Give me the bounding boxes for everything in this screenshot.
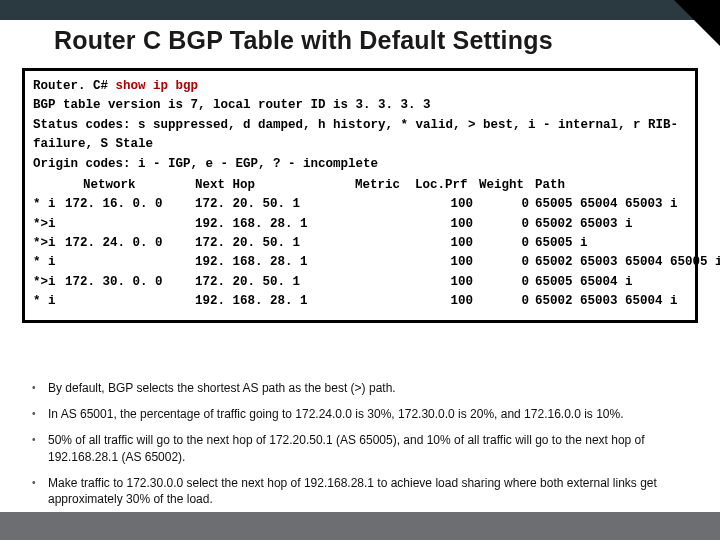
bgp-table-row: *>i192. 168. 28. 1100065002 65003 i: [33, 215, 687, 234]
cell-metric: [355, 292, 415, 311]
cell-nexthop: 172. 20. 50. 1: [195, 273, 355, 292]
cell-path: 65005 65004 65003 i: [535, 195, 687, 214]
cell-status: * i: [33, 292, 65, 311]
cell-weight: 0: [479, 253, 535, 272]
hdr-weight: Weight: [479, 176, 535, 195]
cell-nexthop: 192. 168. 28. 1: [195, 292, 355, 311]
cell-metric: [355, 273, 415, 292]
cell-network: 172. 24. 0. 0: [65, 234, 195, 253]
cell-nexthop: 192. 168. 28. 1: [195, 253, 355, 272]
cell-weight: 0: [479, 273, 535, 292]
cell-nexthop: 192. 168. 28. 1: [195, 215, 355, 234]
terminal-command: show ip bgp: [116, 79, 199, 93]
bgp-table-row: * i172. 16. 0. 0172. 20. 50. 1100065005 …: [33, 195, 687, 214]
bgp-table-row: * i192. 168. 28. 1100065002 65003 65004 …: [33, 292, 687, 311]
cell-path: 65005 i: [535, 234, 687, 253]
cell-weight: 0: [479, 292, 535, 311]
corner-triangle: [674, 0, 720, 46]
terminal-prompt: Router. C#: [33, 79, 116, 93]
cell-metric: [355, 215, 415, 234]
cell-status: *>i: [33, 273, 65, 292]
cell-locprf: 100: [415, 195, 479, 214]
cell-network: [65, 215, 195, 234]
cell-path: 65002 65003 65004 65005 i: [535, 253, 720, 272]
cell-status: * i: [33, 195, 65, 214]
cell-weight: 0: [479, 215, 535, 234]
bgp-route-table: Network Next Hop Metric Loc.Prf Weight P…: [33, 176, 687, 312]
slide-top-accent: [0, 0, 720, 20]
cell-metric: [355, 234, 415, 253]
slide-bottom-bar: [0, 512, 720, 540]
hdr-locprf: Loc.Prf: [415, 176, 479, 195]
cell-path: 65005 65004 i: [535, 273, 687, 292]
cell-nexthop: 172. 20. 50. 1: [195, 195, 355, 214]
bullet-item: •Make traffic to 172.30.0.0 select the n…: [32, 475, 680, 507]
cell-weight: 0: [479, 234, 535, 253]
bullet-item: •50% of all traffic will go to the next …: [32, 432, 680, 464]
cell-status: *>i: [33, 234, 65, 253]
cell-locprf: 100: [415, 234, 479, 253]
cell-metric: [355, 195, 415, 214]
cell-network: [65, 292, 195, 311]
cell-locprf: 100: [415, 292, 479, 311]
cell-locprf: 100: [415, 273, 479, 292]
status-codes-line: Status codes: s suppressed, d damped, h …: [33, 116, 687, 155]
cell-locprf: 100: [415, 215, 479, 234]
bullet-dot-icon: •: [32, 432, 48, 464]
cell-nexthop: 172. 20. 50. 1: [195, 234, 355, 253]
hdr-nexthop: Next Hop: [195, 176, 355, 195]
terminal-output-box: Router. C# show ip bgp BGP table version…: [22, 68, 698, 323]
hdr-path: Path: [535, 176, 687, 195]
cell-path: 65002 65003 65004 i: [535, 292, 687, 311]
bullet-text: In AS 65001, the percentage of traffic g…: [48, 406, 680, 422]
bullet-dot-icon: •: [32, 406, 48, 422]
cell-metric: [355, 253, 415, 272]
bullet-text: By default, BGP selects the shortest AS …: [48, 380, 680, 396]
bgp-version-line: BGP table version is 7, local router ID …: [33, 96, 687, 115]
bullet-item: •By default, BGP selects the shortest AS…: [32, 380, 680, 396]
bgp-table-row: *>i172. 30. 0. 0172. 20. 50. 1100065005 …: [33, 273, 687, 292]
bullet-list: •By default, BGP selects the shortest AS…: [32, 380, 680, 517]
cell-status: * i: [33, 253, 65, 272]
cell-locprf: 100: [415, 253, 479, 272]
terminal-prompt-line: Router. C# show ip bgp: [33, 77, 687, 96]
bullet-dot-icon: •: [32, 475, 48, 507]
bullet-dot-icon: •: [32, 380, 48, 396]
cell-network: 172. 30. 0. 0: [65, 273, 195, 292]
bullet-item: •In AS 65001, the percentage of traffic …: [32, 406, 680, 422]
hdr-network: Network: [65, 176, 195, 195]
cell-status: *>i: [33, 215, 65, 234]
cell-weight: 0: [479, 195, 535, 214]
bgp-table-row: * i192. 168. 28. 1100065002 65003 65004 …: [33, 253, 687, 272]
page-title: Router C BGP Table with Default Settings: [54, 26, 666, 55]
cell-network: 172. 16. 0. 0: [65, 195, 195, 214]
origin-codes-line: Origin codes: i - IGP, e - EGP, ? - inco…: [33, 155, 687, 174]
bullet-text: Make traffic to 172.30.0.0 select the ne…: [48, 475, 680, 507]
bgp-table-row: *>i172. 24. 0. 0172. 20. 50. 1100065005 …: [33, 234, 687, 253]
hdr-metric: Metric: [355, 176, 415, 195]
bgp-table-header: Network Next Hop Metric Loc.Prf Weight P…: [33, 176, 687, 195]
cell-path: 65002 65003 i: [535, 215, 687, 234]
cell-network: [65, 253, 195, 272]
bullet-text: 50% of all traffic will go to the next h…: [48, 432, 680, 464]
